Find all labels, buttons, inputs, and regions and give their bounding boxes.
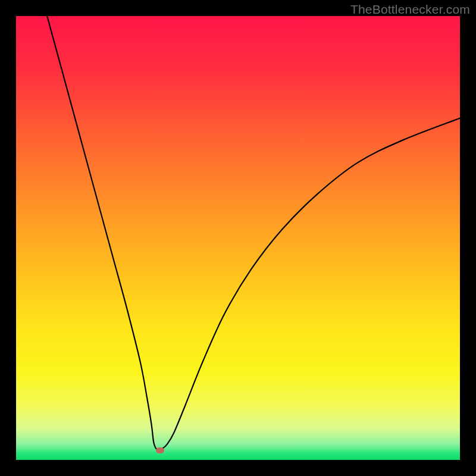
optimal-point-marker xyxy=(156,447,164,453)
watermark-text: TheBottlenecker.com xyxy=(350,2,470,17)
plot-area xyxy=(16,16,460,460)
bottleneck-curve xyxy=(16,16,460,460)
chart-frame: TheBottlenecker.com xyxy=(0,0,476,476)
